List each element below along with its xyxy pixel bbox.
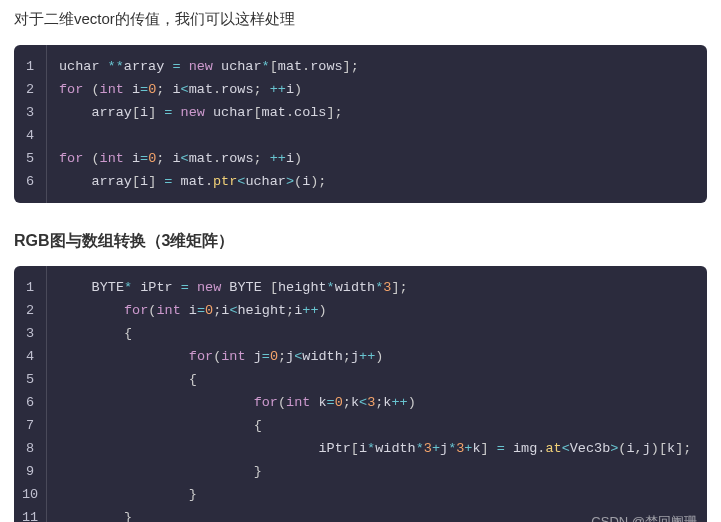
code-block-2: 1234567891011 BYTE* iPtr = new BYTE [hei…	[14, 266, 707, 522]
gutter-1: 123456	[14, 45, 47, 203]
code-block-1: 123456 uchar **array = new uchar*[mat.ro…	[14, 45, 707, 203]
code-1: uchar **array = new uchar*[mat.rows]; fo…	[47, 45, 707, 203]
intro-text: 对于二维vector的传值，我们可以这样处理	[14, 10, 707, 29]
section-title: RGB图与数组转换（3维矩阵）	[14, 231, 707, 252]
code-2: BYTE* iPtr = new BYTE [height*width*3]; …	[47, 266, 707, 522]
gutter-2: 1234567891011	[14, 266, 47, 522]
